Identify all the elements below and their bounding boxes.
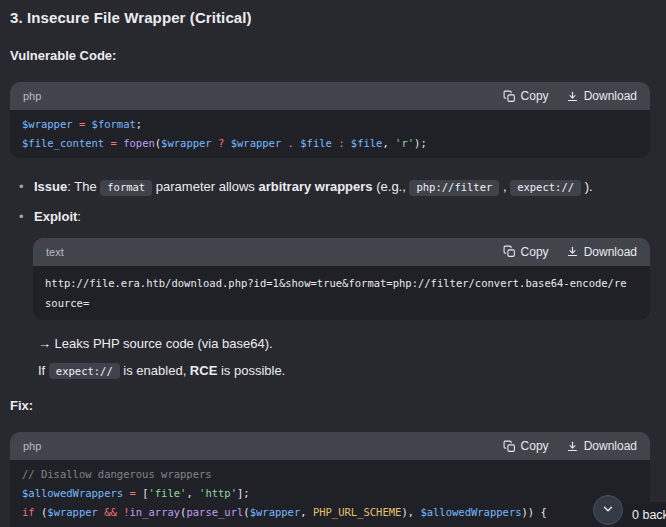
copy-button[interactable]: Copy (503, 89, 549, 103)
copy-icon (503, 90, 516, 103)
bullet-marker: • (19, 179, 32, 196)
download-button-label: Download (584, 89, 637, 103)
copy-button-label: Copy (521, 245, 549, 259)
list-item-issue: • Issue: The format parameter allows arb… (10, 179, 650, 196)
copy-icon (503, 440, 516, 453)
code-block-vulnerable: php Copy Download $wrapper = $format;$fi… (10, 82, 650, 158)
code-actions: Copy Download (503, 89, 637, 103)
code-block-fix: php Copy Download // Disallow dangerous … (10, 432, 650, 527)
code-language-label: php (23, 440, 41, 452)
bullet-list: • Issue: The format parameter allows arb… (10, 179, 650, 225)
vulnerable-code-label: Vulnerable Code: (10, 48, 650, 63)
answer-body: 3. Insecure File Wrapper (Critical) Vuln… (0, 9, 666, 527)
code-language-label: php (23, 90, 41, 102)
download-button-label: Download (584, 245, 637, 259)
exploit-text: Exploit: (34, 209, 81, 225)
download-icon (566, 90, 579, 103)
code-block-header: text Copy Download (33, 238, 650, 266)
code-actions: Copy Download (503, 439, 637, 453)
copy-icon (503, 245, 516, 258)
download-button[interactable]: Download (566, 245, 637, 259)
copy-button[interactable]: Copy (503, 439, 549, 453)
download-icon (566, 440, 579, 453)
scroll-to-bottom-button[interactable] (593, 495, 623, 525)
copy-button-label: Copy (521, 439, 549, 453)
code-block-header: php Copy Download (10, 432, 650, 460)
chevron-down-icon (601, 502, 615, 519)
fix-label: Fix: (10, 398, 650, 413)
copy-button[interactable]: Copy (503, 245, 549, 259)
code-content: // Disallow dangerous wrappers$allowedWr… (10, 460, 650, 527)
download-button[interactable]: Download (566, 89, 637, 103)
section-heading: 3. Insecure File Wrapper (Critical) (10, 9, 650, 26)
download-button[interactable]: Download (566, 439, 637, 453)
code-block-exploit-url: text Copy Download http://file.era.htb/d… (33, 238, 650, 320)
download-icon (566, 245, 579, 258)
download-button-label: Download (584, 439, 637, 453)
issue-text: Issue: The format parameter allows arbit… (34, 179, 593, 196)
code-language-label: text (46, 246, 64, 258)
copy-button-label: Copy (521, 89, 549, 103)
bullet-marker: • (19, 209, 32, 225)
rce-note: If expect:// is enabled, RCE is possible… (38, 363, 650, 380)
code-content: $wrapper = $format;$file_content = fopen… (10, 110, 650, 158)
code-block-header: php Copy Download (10, 82, 650, 110)
code-content: http://file.era.htb/download.php?id=1&sh… (33, 266, 650, 320)
code-actions: Copy Download (503, 245, 637, 259)
leak-note: → Leaks PHP source code (via base64). (38, 336, 650, 352)
list-item-exploit: • Exploit: (10, 209, 650, 225)
